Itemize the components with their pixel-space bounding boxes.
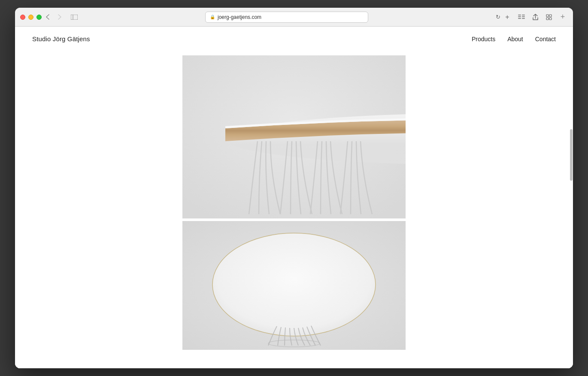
table-closeup-svg	[182, 55, 406, 218]
product-image-2	[182, 221, 406, 350]
reload-button[interactable]: ↻	[493, 12, 503, 22]
svg-rect-5	[522, 15, 525, 15]
website: Studio Jörg Gätjens Products About Conta…	[15, 27, 573, 368]
nav-contact[interactable]: Contact	[535, 36, 556, 42]
site-header: Studio Jörg Gätjens Products About Conta…	[15, 27, 573, 51]
url-text: joerg-gaetjens.com	[218, 14, 261, 20]
table-overhead-svg	[182, 221, 406, 350]
svg-rect-4	[518, 18, 521, 19]
new-tab-button[interactable]: +	[503, 12, 512, 22]
site-nav: Products About Contact	[472, 36, 556, 42]
svg-rect-8	[546, 15, 549, 17]
forward-button[interactable]	[54, 12, 66, 22]
svg-point-15	[212, 233, 376, 336]
site-logo[interactable]: Studio Jörg Gätjens	[32, 35, 90, 42]
extensions-button[interactable]	[544, 12, 554, 22]
site-main	[15, 51, 573, 358]
sidebar-button[interactable]	[68, 12, 80, 22]
reader-view-button[interactable]	[516, 12, 527, 22]
toolbar-right: +	[516, 12, 568, 22]
traffic-lights	[20, 15, 42, 20]
product-image-1	[182, 55, 406, 218]
address-bar-container: 🔒 joerg-gaetjens.com	[80, 12, 493, 23]
svg-rect-0	[71, 15, 78, 20]
scrollbar[interactable]	[570, 27, 573, 368]
scrollbar-thumb[interactable]	[570, 129, 573, 181]
share-button[interactable]	[530, 12, 540, 22]
title-bar: 🔒 joerg-gaetjens.com ↻ +	[15, 8, 573, 27]
svg-rect-10	[546, 18, 549, 20]
svg-rect-6	[522, 16, 525, 17]
nav-products[interactable]: Products	[472, 36, 495, 42]
svg-rect-11	[549, 18, 552, 20]
browser-window: 🔒 joerg-gaetjens.com ↻ +	[15, 8, 573, 368]
svg-rect-3	[518, 16, 521, 17]
new-tab-plus-button[interactable]: +	[558, 12, 568, 22]
svg-rect-7	[522, 18, 525, 19]
nav-about[interactable]: About	[507, 36, 523, 42]
back-button[interactable]	[42, 12, 54, 22]
svg-rect-9	[549, 15, 552, 17]
svg-rect-2	[518, 15, 521, 15]
address-bar[interactable]: 🔒 joerg-gaetjens.com	[205, 12, 368, 23]
close-button[interactable]	[20, 15, 25, 20]
maximize-button[interactable]	[36, 15, 42, 20]
browser-content: Studio Jörg Gätjens Products About Conta…	[15, 27, 573, 368]
minimize-button[interactable]	[28, 15, 33, 20]
lock-icon: 🔒	[210, 15, 215, 19]
